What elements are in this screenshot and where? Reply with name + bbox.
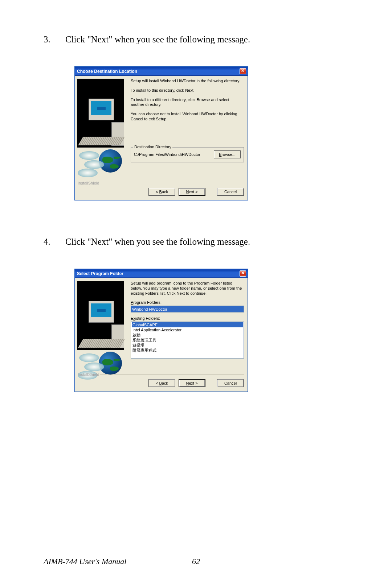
disc-icon xyxy=(79,151,99,160)
titlebar[interactable]: Select Program Folder ✕ xyxy=(75,269,248,278)
select-program-folder-dialog: Select Program Folder ✕ Setup will add p… xyxy=(74,269,248,392)
dialog-content: Setup will install Winbond HWDoctor in t… xyxy=(128,79,244,180)
installshield-label: InstallShield xyxy=(78,372,99,377)
installer-graphic xyxy=(77,79,128,180)
disc-icon xyxy=(78,169,98,177)
program-folders-label: Program Folders: xyxy=(131,300,244,305)
dialog-text-2: To install to this directory, click Next… xyxy=(131,88,244,93)
cancel-button[interactable]: Cancel xyxy=(217,379,244,387)
installer-graphic xyxy=(77,281,128,372)
program-folders-input[interactable] xyxy=(131,306,244,312)
step-4-text: Click "Next" when you see the following … xyxy=(65,237,348,247)
footer-manual-title: AIMB-744 User's Manual xyxy=(44,557,126,566)
back-button[interactable]: < Back xyxy=(148,188,175,196)
installshield-label-row: InstallShield xyxy=(75,372,248,379)
dialog-button-row: < Back Next > Cancel xyxy=(75,379,248,392)
list-item[interactable]: 啟動 xyxy=(132,332,243,338)
list-item[interactable]: Intel Application Accelerator xyxy=(132,327,243,332)
list-item[interactable]: 附屬應用程式 xyxy=(132,348,243,353)
installshield-label: InstallShield xyxy=(78,181,99,185)
step-4-number: 4. xyxy=(44,237,65,247)
keyboard-icon xyxy=(78,339,125,348)
dialog-text-4: You can choose not to install Winbond HW… xyxy=(131,112,244,122)
cancel-button[interactable]: Cancel xyxy=(217,188,244,196)
disc-icon xyxy=(79,353,99,362)
footer-page-number: 62 xyxy=(192,557,200,566)
destination-directory-group: Destination Directory C:\Program Files\W… xyxy=(131,147,244,162)
list-item[interactable]: 系統管理工具 xyxy=(132,338,243,343)
dialog-text-1: Setup will install Winbond HWDoctor in t… xyxy=(131,79,244,84)
monitor-icon xyxy=(89,301,114,323)
titlebar[interactable]: Choose Destination Location ✕ xyxy=(75,67,248,76)
dialog-button-row: < Back Next > Cancel xyxy=(75,188,248,200)
list-item[interactable]: 遊樂場 xyxy=(132,343,243,348)
installshield-label-row: InstallShield xyxy=(75,181,248,188)
step-4: 4. Click "Next" when you see the followi… xyxy=(44,237,348,247)
browse-button[interactable]: Browse... xyxy=(214,150,241,158)
dialog-title: Select Program Folder xyxy=(77,271,123,276)
list-item[interactable]: GlobalSCAPE xyxy=(132,322,243,327)
destination-path: C:\Program Files\Winbond\HWDoctor xyxy=(134,152,200,157)
globe-icon xyxy=(99,352,122,375)
dialog-content: Setup will add program icons to the Prog… xyxy=(128,281,244,372)
dialog-body: Setup will add program icons to the Prog… xyxy=(75,278,248,372)
dialog-title: Choose Destination Location xyxy=(77,69,137,74)
close-icon[interactable]: ✕ xyxy=(240,68,246,74)
monitor-icon xyxy=(89,99,114,120)
step-3-number: 3. xyxy=(44,34,65,45)
disc-icon xyxy=(84,160,104,169)
existing-folders-listbox[interactable]: GlobalSCAPE Intel Application Accelerato… xyxy=(131,322,244,359)
dialog-1-wrapper: Choose Destination Location ✕ Setup will… xyxy=(74,66,348,200)
next-button[interactable]: Next > xyxy=(179,188,205,196)
close-icon[interactable]: ✕ xyxy=(240,270,246,277)
destination-legend: Destination Directory xyxy=(133,145,172,149)
step-3-text: Click "Next" when you see the following … xyxy=(65,34,348,45)
dialog-2-wrapper: Select Program Folder ✕ Setup will add p… xyxy=(74,269,348,392)
back-button[interactable]: < Back xyxy=(148,379,175,387)
disc-icon xyxy=(84,363,104,371)
step-3: 3. Click "Next" when you see the followi… xyxy=(44,34,348,45)
dialog-body: Setup will install Winbond HWDoctor in t… xyxy=(75,76,248,181)
next-button[interactable]: Next > xyxy=(179,379,205,387)
existing-folders-label: Existing Folders: xyxy=(131,316,244,320)
keyboard-icon xyxy=(78,137,125,145)
globe-icon xyxy=(99,149,122,173)
dialog-text-1: Setup will add program icons to the Prog… xyxy=(131,281,244,296)
choose-destination-dialog: Choose Destination Location ✕ Setup will… xyxy=(74,66,248,200)
dialog-text-3: To install to a different directory, cli… xyxy=(131,98,244,108)
